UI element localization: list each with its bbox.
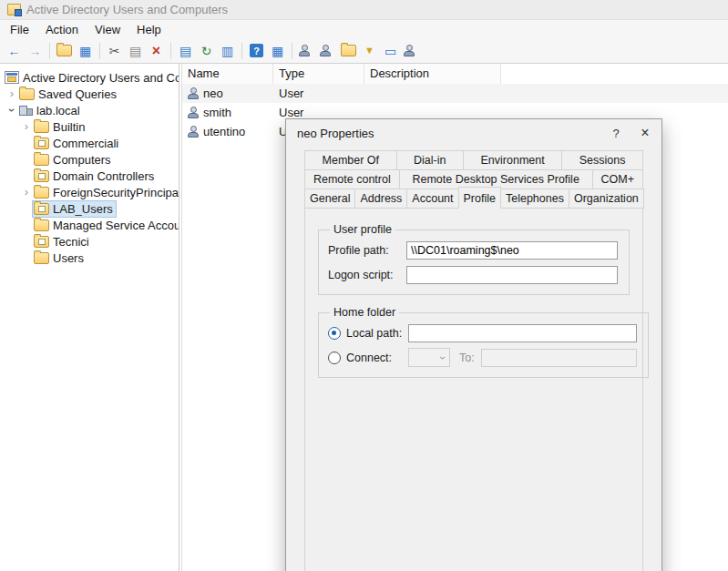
window-title: Active Directory Users and Computers [26,3,228,16]
tree-item-saved-queries[interactable]: Saved Queries [0,86,179,102]
connect-to-input[interactable] [481,349,637,367]
new-user-button[interactable] [296,40,317,61]
titlebar[interactable]: Active Directory Users and Computers [0,0,728,20]
dialog-tabs: Member Of Dial-in Environment Sessions R… [304,150,643,209]
column-header-type[interactable]: Type [273,64,364,84]
local-path-label: Local path: [346,327,408,340]
tree-item-lab-users[interactable]: LAB_Users [0,200,179,217]
console-tree: Active Directory Users and Com Saved Que… [0,64,179,571]
display-options-button[interactable]: ▭ [380,40,401,61]
forward-icon: → [29,45,42,57]
new-ou-button[interactable] [338,40,359,61]
connect-radio[interactable] [328,352,341,364]
set-filter-button[interactable]: ▼ [359,40,380,61]
tree-item-label: Computers [49,153,111,167]
dialog-titlebar[interactable]: neo Properties ? × [286,119,661,147]
tree-item-tecnici[interactable]: Tecnici [0,233,179,250]
ou-icon [34,236,49,248]
refresh-button[interactable]: ↻ [196,40,217,61]
chevron-right-icon[interactable] [20,186,33,199]
tree-item-label: LAB_Users [49,202,113,216]
tab-organization[interactable]: Organization [569,189,644,209]
delegate-button[interactable] [401,40,422,61]
toolbar-separator [170,43,171,59]
tree-item-label: ForeignSecurityPrincipals [49,186,179,199]
tab-telephones[interactable]: Telephones [500,189,569,209]
tab-com-plus[interactable]: COM+ [592,169,643,189]
column-header-description[interactable]: Description [364,64,501,84]
new-group-icon [320,45,331,56]
tab-dial-in[interactable]: Dial-in [396,150,464,170]
delegate-icon [404,45,415,56]
new-ou-icon [341,45,356,56]
menu-action[interactable]: Action [37,21,87,38]
new-user-icon [299,45,310,56]
chevron-right-icon[interactable] [5,87,18,100]
column-header-name[interactable]: Name [182,64,273,84]
profile-path-input[interactable] [406,241,618,260]
tree-item-label: lab.local [33,104,80,117]
export-list-button[interactable]: ▥ [217,40,238,61]
tree-item-computers[interactable]: Computers [0,151,179,168]
tree-item-builtin[interactable]: Builtin [0,118,179,135]
new-group-button[interactable] [317,40,338,61]
tab-account[interactable]: Account [406,189,458,209]
tab-general[interactable]: General [304,189,355,209]
window-button[interactable]: ▦ [267,40,288,61]
tree-item-label: Builtin [49,120,85,134]
folder-icon [19,88,35,100]
row-name: utentino [203,125,245,138]
row-type: User [273,87,364,100]
tab-sessions[interactable]: Sessions [561,150,643,170]
properties-button[interactable]: ▤ [175,40,196,61]
list-row-neo[interactable]: neo User [182,84,728,103]
menubar: File Action View Help [0,20,728,38]
tree-item-users[interactable]: Users [0,250,179,266]
help-button[interactable]: ? [246,40,267,61]
tree-item-label: Domain Controllers [49,169,154,183]
up-level-button[interactable] [54,40,75,61]
console-tree-icon: ▦ [79,45,91,57]
toolbar: ← → ▦ ✂ ▤ × ▤ ↻ ▥ ? ▦ ▼ ▭ [0,38,728,64]
tree-item-managed-service-accounts[interactable]: Managed Service Accoun [0,217,179,233]
tree-item-commerciali[interactable]: Commerciali [0,135,179,151]
show-console-tree-button[interactable]: ▦ [75,40,96,61]
chevron-right-icon[interactable] [20,120,33,133]
delete-button[interactable]: × [146,40,167,61]
profile-tab-page: User profile Profile path: Logon script:… [304,208,643,571]
folder-icon [34,252,49,264]
drive-letter-select[interactable]: › [408,348,450,367]
tree-item-domain-controllers[interactable]: Domain Controllers [0,168,179,184]
menu-view[interactable]: View [87,21,128,38]
tree-item-foreign-security-principals[interactable]: ForeignSecurityPrincipals [0,184,179,200]
tab-remote-control[interactable]: Remote control [304,169,400,189]
logon-script-input[interactable] [406,266,618,284]
chevron-down-icon[interactable] [5,104,18,117]
row-name: smith [203,106,231,119]
paste-button[interactable]: ▤ [125,40,146,61]
local-path-input[interactable] [408,324,637,342]
tree-item-lab-local[interactable]: lab.local [0,102,179,118]
ou-icon [34,138,49,149]
tree-item-label: Tecnici [49,235,89,249]
menu-help[interactable]: Help [128,21,169,38]
user-profile-group-label: User profile [330,223,395,236]
tab-address[interactable]: Address [354,189,407,209]
menu-file[interactable]: File [2,21,37,38]
dialog-close-button[interactable]: × [631,119,660,147]
home-folder-group: Home folder Local path: Connect: › To: [318,306,649,378]
tree-item-root[interactable]: Active Directory Users and Com [0,69,179,86]
tab-profile[interactable]: Profile [458,187,501,209]
tab-member-of[interactable]: Member Of [304,150,397,170]
toolbar-separator [99,43,100,59]
folder-icon [34,187,49,199]
dialog-help-button[interactable]: ? [601,119,631,147]
local-path-radio[interactable] [328,327,341,340]
tab-environment[interactable]: Environment [463,150,562,170]
back-button[interactable]: ← [4,40,25,61]
toolbar-separator [292,43,292,59]
forward-button[interactable]: → [25,40,46,61]
connect-to-label: To: [459,352,481,364]
ou-icon [34,203,49,215]
cut-button[interactable]: ✂ [104,40,125,61]
